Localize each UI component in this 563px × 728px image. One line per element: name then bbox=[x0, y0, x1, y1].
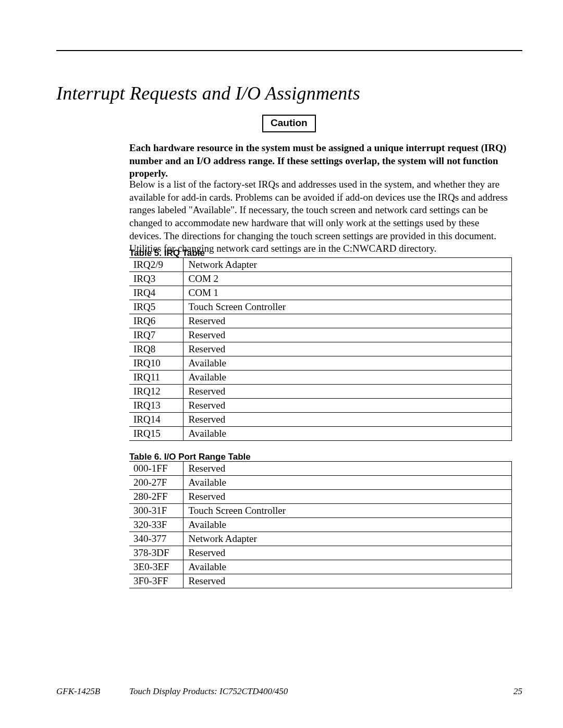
assign-cell: Reserved bbox=[183, 462, 512, 476]
footer-doc-id: GFK-1425B bbox=[56, 686, 100, 697]
assign-cell: Network Adapter bbox=[183, 258, 512, 272]
document-page: Interrupt Requests and I/O Assignments C… bbox=[0, 0, 563, 728]
table-row: 378-3DFReserved bbox=[129, 546, 512, 560]
table-row: 300-31FTouch Screen Controller bbox=[129, 504, 512, 518]
table-row: 280-2FFReserved bbox=[129, 490, 512, 504]
caution-label: Caution bbox=[271, 117, 308, 128]
irq-cell: IRQ6 bbox=[129, 314, 183, 328]
table-row: IRQ15Available bbox=[129, 427, 512, 441]
range-cell: 320-33F bbox=[129, 518, 183, 532]
irq-cell: IRQ4 bbox=[129, 286, 183, 300]
assign-cell: Reserved bbox=[183, 490, 512, 504]
assign-cell: Touch Screen Controller bbox=[183, 300, 512, 314]
assign-cell: Available bbox=[183, 560, 512, 574]
intro-paragraph: Below is a list of the factory-set IRQs … bbox=[129, 178, 512, 255]
irq-cell: IRQ7 bbox=[129, 328, 183, 342]
assign-cell: Reserved bbox=[183, 314, 512, 328]
table-row: 3E0-3EFAvailable bbox=[129, 560, 512, 574]
assign-cell: COM 1 bbox=[183, 286, 512, 300]
assign-cell: Reserved bbox=[183, 328, 512, 342]
footer-page-number: 25 bbox=[513, 686, 522, 697]
table-row: IRQ10Available bbox=[129, 356, 512, 371]
irq-table: IRQ2/9Network Adapter IRQ3COM 2 IRQ4COM … bbox=[129, 257, 512, 441]
io-table-body: 000-1FFReserved 200-27FAvailable 280-2FF… bbox=[129, 462, 512, 588]
assign-cell: Reserved bbox=[183, 546, 512, 560]
irq-cell: IRQ12 bbox=[129, 385, 183, 399]
range-cell: 3F0-3FF bbox=[129, 574, 183, 588]
assign-cell: Available bbox=[183, 356, 512, 371]
io-port-range-table: 000-1FFReserved 200-27FAvailable 280-2FF… bbox=[129, 461, 512, 588]
table-row: IRQ5Touch Screen Controller bbox=[129, 300, 512, 314]
assign-cell: Network Adapter bbox=[183, 532, 512, 546]
assign-cell: Available bbox=[183, 371, 512, 385]
table-row: 200-27FAvailable bbox=[129, 476, 512, 490]
irq-cell: IRQ15 bbox=[129, 427, 183, 441]
io-table-title: Table 6. I/O Port Range Table bbox=[129, 452, 251, 462]
assign-cell: Reserved bbox=[183, 385, 512, 399]
assign-cell: Reserved bbox=[183, 413, 512, 427]
assign-cell: COM 2 bbox=[183, 272, 512, 286]
range-cell: 200-27F bbox=[129, 476, 183, 490]
table-row: IRQ6Reserved bbox=[129, 314, 512, 328]
table-row: 320-33FAvailable bbox=[129, 518, 512, 532]
table-row: IRQ4COM 1 bbox=[129, 286, 512, 300]
irq-cell: IRQ14 bbox=[129, 413, 183, 427]
footer-title: Touch Display Products: IC752CTD400/450 bbox=[129, 686, 288, 697]
range-cell: 3E0-3EF bbox=[129, 560, 183, 574]
range-cell: 300-31F bbox=[129, 504, 183, 518]
irq-table-body: IRQ2/9Network Adapter IRQ3COM 2 IRQ4COM … bbox=[129, 258, 512, 441]
table-row: 3F0-3FFReserved bbox=[129, 574, 512, 588]
table-row: 000-1FFReserved bbox=[129, 462, 512, 476]
section-heading: Interrupt Requests and I/O Assignments bbox=[56, 82, 360, 104]
irq-cell: IRQ3 bbox=[129, 272, 183, 286]
table-row: IRQ2/9Network Adapter bbox=[129, 258, 512, 272]
range-cell: 280-2FF bbox=[129, 490, 183, 504]
range-cell: 340-377 bbox=[129, 532, 183, 546]
table-row: IRQ3COM 2 bbox=[129, 272, 512, 286]
irq-cell: IRQ11 bbox=[129, 371, 183, 385]
range-cell: 378-3DF bbox=[129, 546, 183, 560]
assign-cell: Available bbox=[183, 427, 512, 441]
irq-cell: IRQ10 bbox=[129, 356, 183, 371]
range-cell: 000-1FF bbox=[129, 462, 183, 476]
assign-cell: Available bbox=[183, 476, 512, 490]
irq-table-title: Table 5. IRQ Table bbox=[129, 248, 205, 258]
irq-cell: IRQ13 bbox=[129, 399, 183, 413]
assign-cell: Available bbox=[183, 518, 512, 532]
table-row: IRQ8Reserved bbox=[129, 342, 512, 356]
table-row: IRQ7Reserved bbox=[129, 328, 512, 342]
assign-cell: Reserved bbox=[183, 399, 512, 413]
irq-cell: IRQ8 bbox=[129, 342, 183, 356]
assign-cell: Touch Screen Controller bbox=[183, 504, 512, 518]
irq-cell: IRQ5 bbox=[129, 300, 183, 314]
caution-box: Caution bbox=[262, 115, 316, 132]
table-row: IRQ12Reserved bbox=[129, 385, 512, 399]
irq-cell: IRQ2/9 bbox=[129, 258, 183, 272]
table-row: IRQ11Available bbox=[129, 371, 512, 385]
top-horizontal-rule bbox=[56, 50, 522, 51]
table-row: IRQ13Reserved bbox=[129, 399, 512, 413]
assign-cell: Reserved bbox=[183, 574, 512, 588]
assign-cell: Reserved bbox=[183, 342, 512, 356]
caution-paragraph: Each hardware resource in the system mus… bbox=[129, 142, 512, 180]
table-row: IRQ14Reserved bbox=[129, 413, 512, 427]
table-row: 340-377Network Adapter bbox=[129, 532, 512, 546]
